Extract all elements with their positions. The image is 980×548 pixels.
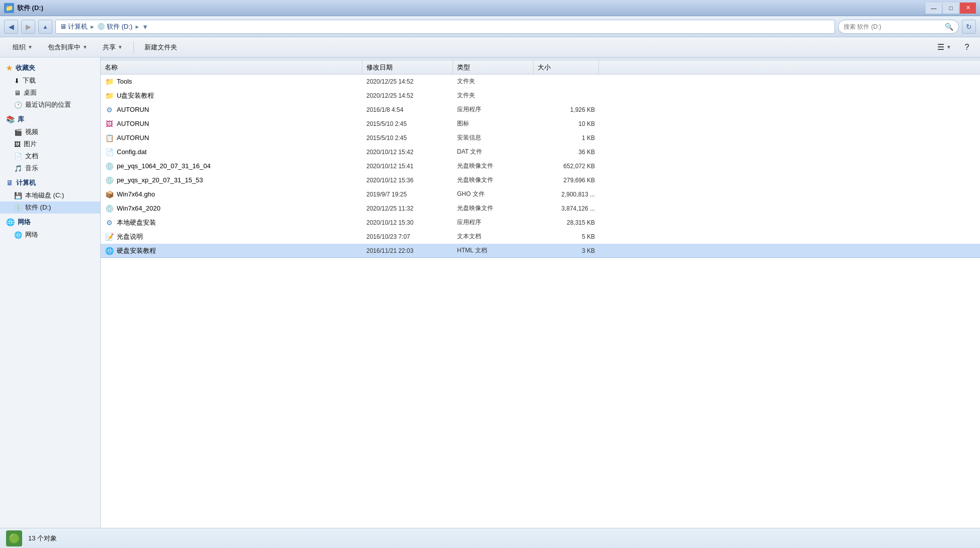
- table-row[interactable]: 📄 Config.dat 2020/10/12 15:42 DAT 文件 36 …: [101, 145, 980, 159]
- table-row[interactable]: 📝 光盘说明 2016/10/23 7:07 文本文档 5 KB: [101, 230, 980, 244]
- file-cell-size: 652,072 KB: [534, 159, 599, 173]
- file-cell-name: 🖼 AUTORUN: [101, 117, 362, 130]
- table-row[interactable]: ⚙ 本地硬盘安装 2020/10/12 15:30 应用程序 28,315 KB: [101, 216, 980, 230]
- help-button[interactable]: ?: [960, 40, 974, 55]
- table-row[interactable]: 📋 AUTORUN 2015/5/10 2:45 安装信息 1 KB: [101, 131, 980, 145]
- maximize-button[interactable]: □: [943, 3, 959, 14]
- table-row[interactable]: ⚙ AUTORUN 2016/1/8 4:54 应用程序 1,926 KB: [101, 103, 980, 117]
- local-c-label: 本地磁盘 (C:): [25, 191, 64, 200]
- file-type-icon: 📋: [105, 133, 114, 143]
- file-type-icon: 💿: [105, 176, 114, 185]
- sidebar-item-video[interactable]: 🎬 视频: [0, 126, 100, 138]
- file-type-icon: ⚙: [105, 105, 114, 114]
- sidebar-item-documents[interactable]: 📄 文档: [0, 150, 100, 162]
- computer-folder-icon: 🖥: [6, 179, 13, 187]
- table-row[interactable]: 📦 Win7x64.gho 2019/9/7 19:25 GHO 文件 2,90…: [101, 187, 980, 201]
- file-cell-date: 2015/5/10 2:45: [362, 131, 453, 145]
- drive-icon: 💿: [97, 23, 105, 30]
- column-size-header[interactable]: 大小: [534, 60, 599, 74]
- titlebar-left: 📁 软件 (D:): [4, 3, 43, 13]
- file-name: Tools: [117, 78, 132, 85]
- favorites-label: 收藏夹: [16, 63, 35, 73]
- file-name: 本地硬盘安装: [117, 218, 156, 227]
- sidebar-item-pictures[interactable]: 🖼 图片: [0, 138, 100, 150]
- table-row[interactable]: 💿 pe_yqs_1064_20_07_31_16_04 2020/10/12 …: [101, 159, 980, 173]
- table-row[interactable]: 📁 Tools 2020/12/25 14:52 文件夹: [101, 75, 980, 89]
- file-cell-type: 光盘映像文件: [453, 201, 534, 215]
- up-button[interactable]: ▲: [38, 20, 52, 34]
- sidebar-item-desktop[interactable]: 🖥 桌面: [0, 87, 100, 99]
- file-cell-size: 36 KB: [534, 145, 599, 159]
- sidebar-item-download[interactable]: ⬇ 下载: [0, 75, 100, 87]
- include-dropdown-icon: ▼: [83, 44, 88, 50]
- breadcrumb-computer[interactable]: 🖥 计算机: [60, 22, 88, 31]
- back-button[interactable]: ◀: [4, 20, 18, 34]
- search-icon[interactable]: 🔍: [945, 23, 953, 31]
- table-row[interactable]: 📁 U盘安装教程 2020/12/25 14:52 文件夹: [101, 89, 980, 103]
- file-cell-type: HTML 文档: [453, 244, 534, 257]
- file-type-icon: 💿: [105, 162, 114, 171]
- sidebar-item-software-d[interactable]: 💿 软件 (D:): [0, 201, 100, 214]
- file-type-icon: ⚙: [105, 218, 114, 227]
- pictures-icon: 🖼: [14, 141, 21, 148]
- forward-button[interactable]: ▶: [21, 20, 35, 34]
- file-type-icon: 📁: [105, 77, 114, 86]
- file-name: Win7x64.gho: [117, 190, 155, 198]
- organize-button[interactable]: 组织 ▼: [6, 40, 39, 55]
- sidebar-computer-header[interactable]: 🖥 计算机: [0, 176, 100, 189]
- file-cell-size: 5 KB: [534, 230, 599, 243]
- software-d-label: 软件 (D:): [25, 203, 51, 212]
- computer-header-label: 计算机: [16, 178, 36, 187]
- file-cell-type: 光盘映像文件: [453, 159, 534, 173]
- table-row[interactable]: 🖼 AUTORUN 2015/5/10 2:45 图标 10 KB: [101, 117, 980, 131]
- file-cell-type: 图标: [453, 117, 534, 130]
- file-cell-size: [534, 89, 599, 102]
- library-folder-icon: 📚: [6, 115, 15, 123]
- new-folder-button[interactable]: 新建文件夹: [138, 40, 184, 55]
- organize-dropdown-icon: ▼: [28, 44, 33, 50]
- table-row[interactable]: 💿 Win7x64_2020 2020/12/25 11:32 光盘映像文件 3…: [101, 201, 980, 216]
- network-folder-icon: 🌐: [6, 218, 15, 226]
- file-cell-size: 2,900,813 ...: [534, 187, 599, 201]
- table-row[interactable]: 🌐 硬盘安装教程 2016/11/21 22:03 HTML 文档 3 KB: [101, 244, 980, 258]
- file-cell-type: 应用程序: [453, 216, 534, 229]
- minimize-button[interactable]: —: [926, 3, 942, 14]
- column-name-header[interactable]: 名称: [101, 60, 362, 74]
- desktop-label: 桌面: [24, 88, 37, 97]
- favorites-star-icon: ★: [6, 64, 13, 72]
- include-button[interactable]: 包含到库中 ▼: [41, 40, 94, 55]
- file-cell-type: 文件夹: [453, 75, 534, 88]
- breadcrumb-dropdown[interactable]: ▼: [142, 23, 149, 30]
- share-button[interactable]: 共享 ▼: [96, 40, 129, 55]
- view-button[interactable]: ☰ ▼: [931, 40, 958, 55]
- local-c-icon: 💾: [14, 192, 22, 199]
- search-input[interactable]: [844, 23, 942, 30]
- sidebar-network-header[interactable]: 🌐 网络: [0, 216, 100, 229]
- sidebar-library-section: 📚 库 🎬 视频 🖼 图片 📄 文档 🎵 音乐: [0, 113, 100, 174]
- close-button[interactable]: ✕: [960, 3, 976, 14]
- sidebar-favorites-header[interactable]: ★ 收藏夹: [0, 61, 100, 75]
- documents-label: 文档: [25, 152, 38, 161]
- column-date-header[interactable]: 修改日期: [362, 60, 453, 74]
- column-type-header[interactable]: 类型: [453, 60, 534, 74]
- sidebar-item-recent[interactable]: 🕐 最近访问的位置: [0, 99, 100, 111]
- file-cell-name: 💿 Win7x64_2020: [101, 201, 362, 215]
- breadcrumb-drive[interactable]: 💿 软件 (D:): [97, 22, 132, 31]
- file-type-icon: 📄: [105, 148, 114, 157]
- file-cell-type: DAT 文件: [453, 145, 534, 159]
- table-row[interactable]: 💿 pe_yqs_xp_20_07_31_15_53 2020/10/12 15…: [101, 173, 980, 187]
- sidebar-item-network[interactable]: 🌐 网络: [0, 229, 100, 241]
- download-label: 下载: [23, 76, 36, 85]
- refresh-button[interactable]: ↻: [962, 20, 976, 34]
- file-cell-size: 1 KB: [534, 131, 599, 145]
- file-cell-type: 文本文档: [453, 230, 534, 243]
- file-name: pe_yqs_1064_20_07_31_16_04: [117, 162, 211, 170]
- file-name: Config.dat: [117, 148, 146, 156]
- sidebar-item-music[interactable]: 🎵 音乐: [0, 162, 100, 174]
- breadcrumb-sep-2: ►: [134, 24, 140, 30]
- sidebar-library-header[interactable]: 📚 库: [0, 113, 100, 126]
- file-type-icon: 💿: [105, 204, 114, 213]
- sidebar-item-local-c[interactable]: 💾 本地磁盘 (C:): [0, 189, 100, 201]
- search-box: 🔍: [838, 20, 959, 34]
- file-type-icon: 📝: [105, 232, 114, 241]
